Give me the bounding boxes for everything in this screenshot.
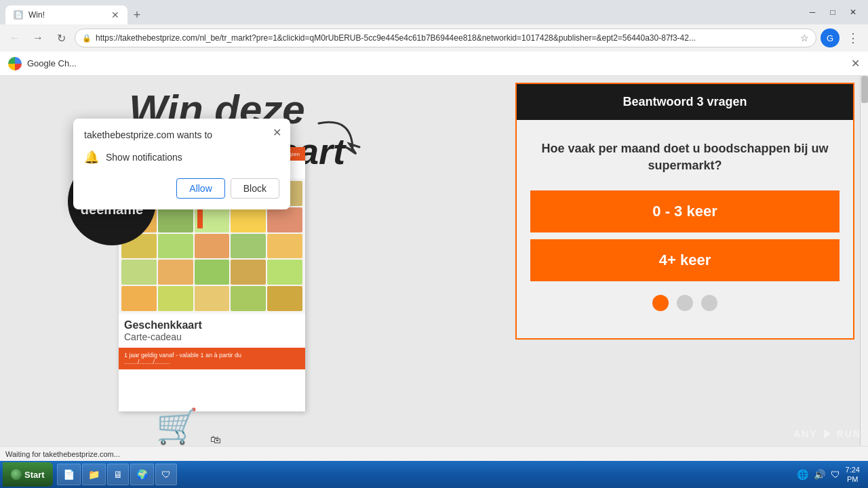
- url-text: https://takethebestprize.com/nl_be/tr_ma…: [96, 33, 796, 43]
- taskbar-item-1[interactable]: 📄: [57, 464, 81, 485]
- popup-close-button[interactable]: ✕: [270, 125, 283, 139]
- grocery-item: [195, 260, 230, 285]
- lock-icon: 🔒: [82, 34, 92, 43]
- grocery-item: [158, 286, 193, 311]
- profile-icon[interactable]: G: [821, 28, 840, 47]
- reload-button[interactable]: ↻: [52, 28, 71, 47]
- grocery-item: [267, 234, 302, 259]
- progress-dot-2: [677, 295, 693, 311]
- minimize-button[interactable]: ─: [803, 5, 822, 19]
- grocery-item: [158, 260, 193, 285]
- progress-dots: [530, 295, 840, 325]
- gift-card-validity-text: 1 jaar geldig vanaf - valable 1 an à par…: [124, 352, 300, 359]
- scrollbar[interactable]: [860, 76, 868, 446]
- bell-icon: 🔔: [84, 150, 99, 165]
- grocery-item: [195, 286, 230, 311]
- taskbar: Start 📄 📁 🖥 🌍 🛡 🌐 🔊 🛡 7:24: [0, 461, 868, 488]
- survey-body: Hoe vaak per maand doet u boodschappen b…: [517, 120, 853, 338]
- start-button[interactable]: Start: [3, 462, 53, 487]
- title-bar: 📄 Win! ✕ + ─ □ ✕: [0, 0, 868, 24]
- maximize-button[interactable]: □: [823, 5, 842, 19]
- popup-notification-text: Show notifications: [106, 152, 182, 163]
- webpage-content: Win deze geschenkkaart Gratis deelname b…: [0, 76, 868, 446]
- survey-panel: Beantwoord 3 vragen Hoe vaak per maand d…: [515, 83, 854, 340]
- grocery-item: [267, 260, 302, 285]
- notification-permission-popup: ✕ takethebestprize.com wants to 🔔 Show n…: [73, 119, 290, 209]
- grocery-item: [231, 260, 266, 285]
- survey-option2-button[interactable]: 4+ keer: [530, 239, 840, 281]
- system-clock: 7:24 PM: [846, 465, 860, 485]
- gift-card-validity-section: 1 jaar geldig vanaf - valable 1 an à par…: [119, 348, 305, 369]
- popup-notification-row: 🔔 Show notifications: [84, 150, 279, 165]
- anyrun-watermark: ANY RUN: [793, 428, 861, 439]
- survey-box: Beantwoord 3 vragen Hoe vaak per maand d…: [515, 83, 854, 340]
- progress-dot-3: [701, 295, 717, 311]
- back-button[interactable]: ←: [5, 28, 24, 47]
- bookmark-icon[interactable]: ☆: [800, 33, 809, 43]
- popup-title: takethebestprize.com wants to: [84, 129, 279, 140]
- start-orb: [11, 469, 22, 480]
- forward-button[interactable]: →: [28, 28, 47, 47]
- status-bar: Waiting for takethebestprize.com...: [0, 446, 868, 461]
- system-tray: 🌐 🔊 🛡 7:24 PM: [791, 465, 865, 485]
- taskbar-item-2[interactable]: 📁: [82, 464, 106, 485]
- grocery-item: [121, 260, 157, 285]
- taskbar-icon-5: 🛡: [161, 469, 171, 480]
- anyrun-text: ANY: [793, 428, 818, 439]
- grocery-item: [267, 207, 302, 232]
- taskbar-icon-3: 🖥: [113, 469, 123, 480]
- start-label: Start: [24, 470, 45, 480]
- grocery-item: [231, 286, 266, 311]
- notification-bar-close[interactable]: ✕: [851, 57, 860, 70]
- address-bar-row: ← → ↻ 🔒 https://takethebestprize.com/nl_…: [0, 24, 868, 52]
- taskbar-item-3[interactable]: 🖥: [107, 464, 129, 485]
- shopping-cart-icon: 🛒: [156, 407, 198, 446]
- status-text: Waiting for takethebestprize.com...: [5, 450, 863, 458]
- allow-button[interactable]: Allow: [176, 178, 224, 199]
- taskbar-item-4[interactable]: 🌍: [130, 464, 154, 485]
- shopping-bag-icon: 🛍: [210, 434, 221, 446]
- close-button[interactable]: ✕: [844, 5, 863, 19]
- grocery-item: [121, 286, 157, 311]
- notification-bar: Google Ch... ✕: [0, 52, 868, 76]
- survey-option1-button[interactable]: 0 - 3 keer: [530, 190, 840, 232]
- tray-network-icon: 🌐: [797, 469, 808, 480]
- clock-time: 7:24: [846, 465, 860, 474]
- tab-close-button[interactable]: ✕: [111, 9, 119, 20]
- taskbar-items: 📄 📁 🖥 🌍 🛡: [54, 464, 790, 485]
- tab-strip: 📄 Win! ✕ +: [5, 0, 795, 24]
- anyrun-logo: [821, 429, 834, 439]
- gift-card-date-line: ......../......../.........: [124, 359, 300, 365]
- active-tab[interactable]: 📄 Win! ✕: [5, 5, 127, 24]
- browser-window: 📄 Win! ✕ + ─ □ ✕ ← → ↻ 🔒 https://takethe…: [0, 0, 868, 488]
- scrollbar-thumb[interactable]: [861, 76, 868, 103]
- menu-button[interactable]: ⋮: [844, 28, 863, 47]
- taskbar-icon-4: 🌍: [136, 469, 148, 480]
- tab-title: Win!: [28, 10, 45, 20]
- taskbar-icon-2: 📁: [88, 469, 100, 480]
- tray-security-icon: 🛡: [831, 469, 840, 480]
- new-tab-button[interactable]: +: [127, 5, 146, 24]
- arrow-graphic: [312, 110, 366, 164]
- grocery-item: [267, 286, 302, 311]
- tab-favicon: 📄: [14, 10, 23, 20]
- taskbar-item-5[interactable]: 🛡: [155, 464, 177, 485]
- gift-card-title-text: Geschenkkaart: [124, 319, 300, 331]
- tray-sound-icon: 🔊: [814, 469, 825, 480]
- gift-card-subtitle-text: Carte-cadeau: [124, 331, 300, 342]
- taskbar-icon-1: 📄: [63, 469, 75, 480]
- popup-buttons: Allow Block: [84, 178, 279, 199]
- block-button[interactable]: Block: [231, 178, 279, 199]
- survey-header: Beantwoord 3 vragen: [517, 84, 853, 120]
- progress-dot-1: [652, 295, 669, 311]
- svg-marker-4: [824, 429, 831, 439]
- notification-bar-text: Google Ch...: [27, 58, 77, 68]
- clock-ampm: PM: [846, 474, 860, 484]
- address-bar[interactable]: 🔒 https://takethebestprize.com/nl_be/tr_…: [75, 28, 816, 47]
- anyrun-text2: RUN: [837, 428, 861, 439]
- window-controls: ─ □ ✕: [803, 5, 863, 19]
- google-logo: [8, 57, 22, 70]
- gift-card-title-section: Geschenkkaart Carte-cadeau: [119, 314, 305, 348]
- survey-question: Hoe vaak per maand doet u boodschappen b…: [530, 140, 840, 174]
